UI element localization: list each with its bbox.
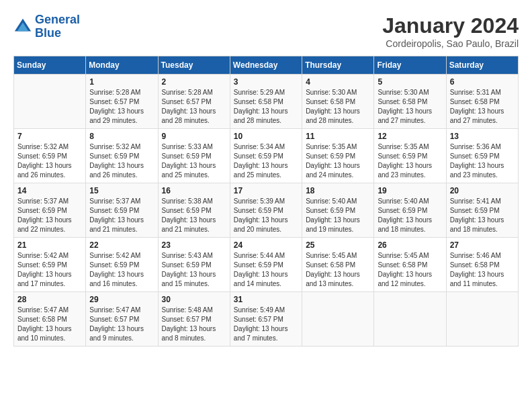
day-info: Sunrise: 5:37 AM Sunset: 6:59 PM Dayligh… (17, 197, 82, 234)
calendar-cell: 23Sunrise: 5:43 AM Sunset: 6:59 PM Dayli… (158, 238, 230, 292)
calendar-cell: 7Sunrise: 5:32 AM Sunset: 6:59 PM Daylig… (14, 129, 86, 183)
calendar-cell: 17Sunrise: 5:39 AM Sunset: 6:59 PM Dayli… (230, 183, 302, 238)
day-info: Sunrise: 5:45 AM Sunset: 6:58 PM Dayligh… (378, 251, 442, 289)
calendar-cell: 27Sunrise: 5:46 AM Sunset: 6:58 PM Dayli… (446, 238, 518, 292)
calendar-cell: 21Sunrise: 5:42 AM Sunset: 6:59 PM Dayli… (14, 238, 86, 292)
calendar-cell: 4Sunrise: 5:30 AM Sunset: 6:58 PM Daylig… (302, 75, 374, 129)
day-number: 1 (89, 77, 154, 87)
calendar-cell: 18Sunrise: 5:40 AM Sunset: 6:59 PM Dayli… (302, 183, 374, 238)
day-info: Sunrise: 5:47 AM Sunset: 6:57 PM Dayligh… (89, 306, 154, 343)
calendar-cell: 10Sunrise: 5:34 AM Sunset: 6:59 PM Dayli… (230, 129, 302, 183)
day-info: Sunrise: 5:44 AM Sunset: 6:59 PM Dayligh… (234, 251, 298, 289)
day-number: 27 (450, 240, 515, 250)
calendar-cell: 19Sunrise: 5:40 AM Sunset: 6:59 PM Dayli… (374, 183, 446, 238)
day-number: 15 (89, 186, 154, 195)
month-title: January 2024 (382, 13, 519, 38)
calendar-cell (302, 292, 374, 347)
day-number: 3 (234, 77, 298, 87)
day-info: Sunrise: 5:30 AM Sunset: 6:58 PM Dayligh… (378, 88, 442, 126)
calendar-cell: 25Sunrise: 5:45 AM Sunset: 6:58 PM Dayli… (302, 238, 374, 292)
day-number: 13 (450, 132, 515, 141)
calendar-cell: 5Sunrise: 5:30 AM Sunset: 6:58 PM Daylig… (374, 75, 446, 129)
calendar-cell: 1Sunrise: 5:28 AM Sunset: 6:57 PM Daylig… (86, 75, 158, 129)
logo-text1: General (35, 13, 80, 26)
day-number: 28 (17, 295, 82, 304)
calendar-cell: 16Sunrise: 5:38 AM Sunset: 6:59 PM Dayli… (158, 183, 230, 238)
day-number: 11 (306, 132, 370, 141)
page-header: General Blue January 2024 Cordeiropolis,… (13, 13, 519, 49)
week-row-2: 7Sunrise: 5:32 AM Sunset: 6:59 PM Daylig… (14, 129, 519, 183)
day-number: 29 (89, 295, 154, 304)
header-thursday: Thursday (302, 56, 374, 75)
day-info: Sunrise: 5:35 AM Sunset: 6:59 PM Dayligh… (378, 142, 442, 180)
logo: General Blue (13, 13, 80, 40)
day-info: Sunrise: 5:36 AM Sunset: 6:59 PM Dayligh… (450, 142, 515, 180)
day-info: Sunrise: 5:35 AM Sunset: 6:59 PM Dayligh… (306, 142, 370, 180)
week-row-3: 14Sunrise: 5:37 AM Sunset: 6:59 PM Dayli… (14, 183, 519, 238)
day-info: Sunrise: 5:32 AM Sunset: 6:59 PM Dayligh… (17, 142, 82, 180)
calendar-cell: 28Sunrise: 5:47 AM Sunset: 6:58 PM Dayli… (14, 292, 86, 347)
day-number: 31 (234, 295, 298, 304)
day-info: Sunrise: 5:48 AM Sunset: 6:57 PM Dayligh… (162, 306, 226, 343)
day-info: Sunrise: 5:43 AM Sunset: 6:59 PM Dayligh… (162, 251, 226, 289)
day-info: Sunrise: 5:34 AM Sunset: 6:59 PM Dayligh… (234, 142, 298, 180)
day-number: 26 (378, 240, 442, 250)
week-row-5: 28Sunrise: 5:47 AM Sunset: 6:58 PM Dayli… (14, 292, 519, 347)
day-number: 25 (306, 240, 370, 250)
location-subtitle: Cordeiropolis, Sao Paulo, Brazil (382, 38, 519, 49)
day-info: Sunrise: 5:37 AM Sunset: 6:59 PM Dayligh… (89, 197, 154, 234)
calendar-cell: 26Sunrise: 5:45 AM Sunset: 6:58 PM Dayli… (374, 238, 446, 292)
calendar-cell: 13Sunrise: 5:36 AM Sunset: 6:59 PM Dayli… (446, 129, 518, 183)
day-number: 21 (17, 240, 82, 250)
calendar-cell: 14Sunrise: 5:37 AM Sunset: 6:59 PM Dayli… (14, 183, 86, 238)
day-info: Sunrise: 5:40 AM Sunset: 6:59 PM Dayligh… (378, 197, 442, 234)
calendar-cell: 9Sunrise: 5:33 AM Sunset: 6:59 PM Daylig… (158, 129, 230, 183)
day-number: 19 (378, 186, 442, 195)
day-number: 24 (234, 240, 298, 250)
day-info: Sunrise: 5:38 AM Sunset: 6:59 PM Dayligh… (162, 197, 226, 234)
day-info: Sunrise: 5:42 AM Sunset: 6:59 PM Dayligh… (17, 251, 82, 289)
logo-text: General Blue (35, 13, 80, 40)
day-info: Sunrise: 5:33 AM Sunset: 6:59 PM Dayligh… (162, 142, 226, 180)
day-info: Sunrise: 5:45 AM Sunset: 6:58 PM Dayligh… (306, 251, 370, 289)
day-number: 16 (162, 186, 226, 195)
calendar-cell: 12Sunrise: 5:35 AM Sunset: 6:59 PM Dayli… (374, 129, 446, 183)
day-info: Sunrise: 5:40 AM Sunset: 6:59 PM Dayligh… (306, 197, 370, 234)
calendar-header-row: SundayMondayTuesdayWednesdayThursdayFrid… (14, 56, 519, 75)
day-info: Sunrise: 5:31 AM Sunset: 6:58 PM Dayligh… (450, 88, 515, 126)
week-row-1: 1Sunrise: 5:28 AM Sunset: 6:57 PM Daylig… (14, 75, 519, 129)
logo-icon (13, 17, 32, 36)
calendar-cell: 8Sunrise: 5:32 AM Sunset: 6:59 PM Daylig… (86, 129, 158, 183)
day-number: 2 (162, 77, 226, 87)
calendar-table: SundayMondayTuesdayWednesdayThursdayFrid… (13, 56, 519, 347)
calendar-cell: 31Sunrise: 5:49 AM Sunset: 6:57 PM Dayli… (230, 292, 302, 347)
day-number: 14 (17, 186, 82, 195)
day-number: 18 (306, 186, 370, 195)
logo-text2: Blue (35, 26, 61, 40)
calendar-cell: 6Sunrise: 5:31 AM Sunset: 6:58 PM Daylig… (446, 75, 518, 129)
day-info: Sunrise: 5:39 AM Sunset: 6:59 PM Dayligh… (234, 197, 298, 234)
day-info: Sunrise: 5:29 AM Sunset: 6:58 PM Dayligh… (234, 88, 298, 126)
calendar-cell: 11Sunrise: 5:35 AM Sunset: 6:59 PM Dayli… (302, 129, 374, 183)
calendar-cell: 30Sunrise: 5:48 AM Sunset: 6:57 PM Dayli… (158, 292, 230, 347)
header-wednesday: Wednesday (230, 56, 302, 75)
header-saturday: Saturday (446, 56, 518, 75)
day-info: Sunrise: 5:28 AM Sunset: 6:57 PM Dayligh… (89, 88, 154, 126)
day-info: Sunrise: 5:47 AM Sunset: 6:58 PM Dayligh… (17, 306, 82, 343)
calendar-cell (14, 75, 86, 129)
calendar-cell: 2Sunrise: 5:28 AM Sunset: 6:57 PM Daylig… (158, 75, 230, 129)
calendar-cell: 3Sunrise: 5:29 AM Sunset: 6:58 PM Daylig… (230, 75, 302, 129)
header-monday: Monday (86, 56, 158, 75)
day-number: 8 (89, 132, 154, 141)
day-info: Sunrise: 5:28 AM Sunset: 6:57 PM Dayligh… (162, 88, 226, 126)
calendar-cell: 29Sunrise: 5:47 AM Sunset: 6:57 PM Dayli… (86, 292, 158, 347)
day-number: 30 (162, 295, 226, 304)
day-info: Sunrise: 5:41 AM Sunset: 6:59 PM Dayligh… (450, 197, 515, 234)
day-number: 9 (162, 132, 226, 141)
week-row-4: 21Sunrise: 5:42 AM Sunset: 6:59 PM Dayli… (14, 238, 519, 292)
day-number: 5 (378, 77, 442, 87)
header-friday: Friday (374, 56, 446, 75)
calendar-cell: 20Sunrise: 5:41 AM Sunset: 6:59 PM Dayli… (446, 183, 518, 238)
calendar-cell (374, 292, 446, 347)
day-number: 20 (450, 186, 515, 195)
